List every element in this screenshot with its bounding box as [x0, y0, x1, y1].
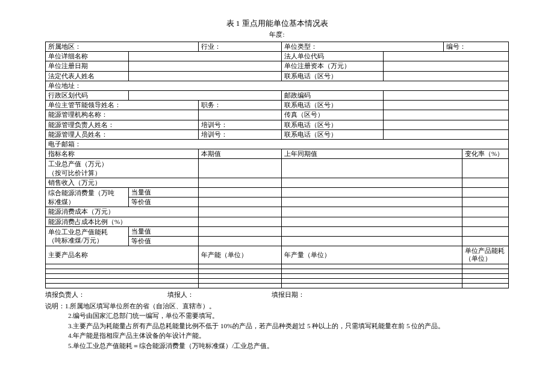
cell-value [198, 226, 281, 236]
cell-value [198, 217, 281, 226]
cell-value [282, 198, 462, 207]
cell-value [282, 226, 462, 236]
footer-owner: 填报负责人： [45, 290, 166, 299]
table-row [46, 273, 509, 278]
cell-value [462, 178, 509, 187]
cell-address: 单位地址： [46, 81, 509, 90]
table-row: 行政区划代码 邮政编码 [46, 90, 509, 100]
cell-value [198, 207, 281, 217]
cell-label: 能源消费占成本比例（%） [46, 217, 199, 226]
table-row: 能源管理人员姓名： 培训号： 联系电话（区号） [46, 129, 509, 139]
cell-region: 所属地区： [46, 42, 199, 52]
cell-value [282, 207, 462, 217]
table-row: 销售收入（万元） [46, 178, 509, 187]
cell-label: 单位工业总产值能耗（吨标准煤/万元） [46, 226, 129, 246]
cell-label: 行政区划代码 [46, 90, 129, 100]
main-table: 所属地区： 行业： 单位类型： 编号： 单位详细名称 法人单位代码 单位注册日期… [45, 42, 509, 288]
col-header: 主要产品名称 [46, 246, 199, 264]
header-row: 指标名称 本期值 上年同期值 变化率（%） [46, 149, 509, 159]
cell-value [384, 120, 509, 129]
cell-value [384, 52, 509, 61]
col-header: 变化率（%） [462, 149, 509, 159]
cell-label: 培训号： [198, 120, 281, 129]
cell-label: 培训号： [198, 129, 281, 139]
cell-value [282, 188, 462, 198]
cell-value [462, 198, 509, 207]
cell-value [282, 217, 462, 226]
table-row: 单位详细名称 法人单位代码 [46, 52, 509, 61]
table-row [46, 269, 509, 273]
cell-value [198, 178, 281, 187]
cell-label: 能源管理负责人姓名： [46, 120, 199, 129]
cell-value [384, 101, 509, 110]
cell-value [384, 71, 509, 81]
footer-date: 填报日期： [272, 290, 305, 299]
cell-label: 单位注册日期 [46, 61, 129, 71]
cell-sublabel: 当量值 [129, 188, 198, 198]
table-row: 能源消费成本（万元） [46, 207, 509, 217]
subtitle: 年度: [45, 30, 509, 39]
cell-label: 工业总产值（万元）（按可比价计算） [46, 159, 199, 178]
table-row: 能源管理机构名称： 传真（区号） [46, 110, 509, 120]
table-row: 单位工业总产值能耗（吨标准煤/万元） 当量值 [46, 226, 509, 236]
cell-label: 联系电话（区号） [282, 101, 384, 110]
col-header: 本期值 [198, 149, 281, 159]
cell-label: 邮政编码 [282, 90, 384, 100]
cell-value [462, 236, 509, 246]
cell-value [384, 90, 509, 100]
cell-label: 综合能源消费量（万吨标准煤） [46, 188, 129, 207]
cell-value [129, 90, 282, 100]
cell-value [129, 71, 282, 81]
cell-value [462, 217, 509, 226]
col-header: 指标名称 [46, 149, 199, 159]
cell-value [129, 52, 282, 61]
header-row: 主要产品名称 年产能（单位） 年产量（单位） 单位产品能耗（单位） [46, 246, 509, 264]
col-header: 年产能（单位） [198, 246, 281, 264]
cell-value [462, 226, 509, 236]
cell-label: 单位主管节能领导姓名： [46, 101, 199, 110]
table-row: 能源管理负责人姓名： 培训号： 联系电话（区号） [46, 120, 509, 129]
cell-label: 单位详细名称 [46, 52, 129, 61]
table-row [46, 278, 509, 283]
cell-label: 能源管理人员姓名： [46, 129, 199, 139]
table-row: 单位注册日期 单位注册资本（万元） [46, 61, 509, 71]
table-row: 综合能源消费量（万吨标准煤） 当量值 [46, 188, 509, 198]
cell-value [462, 188, 509, 198]
col-header: 单位产品能耗（单位） [462, 246, 509, 264]
cell-label: 传真（区号） [282, 110, 384, 120]
cell-label: 单位注册资本（万元） [282, 61, 384, 71]
cell-label: 能源消费成本（万元） [46, 207, 199, 217]
cell-value [198, 110, 281, 120]
table-row [46, 283, 509, 288]
cell-value [384, 61, 509, 71]
cell-label: 联系电话（区号） [282, 120, 384, 129]
cell-value [282, 236, 462, 246]
cell-label: 联系电话（区号） [282, 129, 384, 139]
cell-value [462, 159, 509, 178]
cell-label: 法定代表人姓名 [46, 71, 129, 81]
cell-value [198, 198, 281, 207]
cell-value [282, 159, 462, 178]
table-row: 法定代表人姓名 联系电话（区号） [46, 71, 509, 81]
table-row: 单位地址： [46, 81, 509, 90]
cell-label: 法人单位代码 [282, 52, 384, 61]
table-row: 所属地区： 行业： 单位类型： 编号： [46, 42, 509, 52]
col-header: 上年同期值 [282, 149, 462, 159]
table-row [46, 264, 509, 269]
table-row: 电子邮箱： [46, 139, 509, 149]
table-row: 单位主管节能领导姓名： 职务： 联系电话（区号） [46, 101, 509, 110]
cell-industry: 行业： [198, 42, 281, 52]
cell-value [384, 110, 509, 120]
cell-unit-type: 单位类型： [282, 42, 444, 52]
cell-label: 销售收入（万元） [46, 178, 199, 187]
notes-block: 说明：1.所属地区填写单位所在的省（自治区、直辖市）。 2.编号由国家汇总部门统… [45, 301, 509, 351]
cell-label: 职务： [198, 101, 281, 110]
cell-value [282, 178, 462, 187]
cell-value [384, 129, 509, 139]
cell-email: 电子邮箱： [46, 139, 509, 149]
table-row: 能源消费占成本比例（%） [46, 217, 509, 226]
cell-value [462, 207, 509, 217]
cell-value [198, 188, 281, 198]
footer-line: 填报负责人： 填报人： 填报日期： [45, 290, 509, 299]
cell-value [129, 61, 282, 71]
